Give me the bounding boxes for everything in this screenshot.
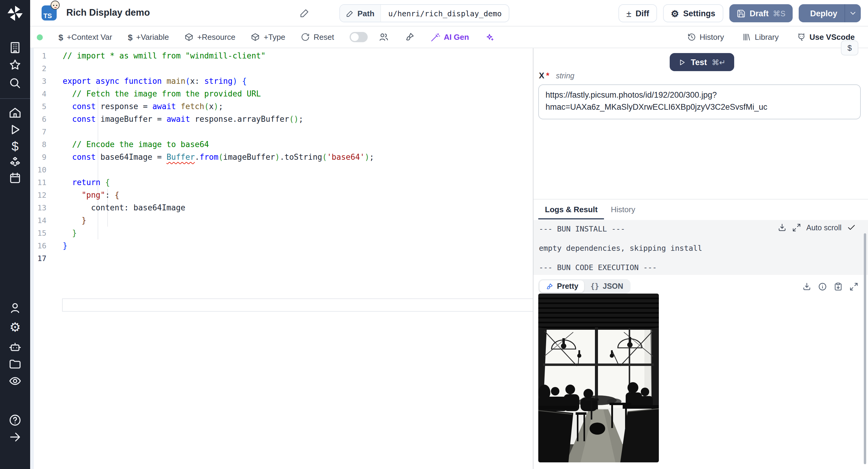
code-line-2[interactable]: 2 (30, 62, 533, 75)
line-number: 17 (30, 252, 57, 264)
code-line-16[interactable]: 16} (30, 239, 533, 252)
line-number: 16 (30, 239, 57, 252)
expand-logs-icon[interactable] (792, 223, 801, 232)
arg-input[interactable] (538, 84, 861, 119)
maximize-result-icon[interactable] (849, 282, 858, 291)
home-icon[interactable] (8, 106, 22, 119)
script-path[interactable]: Path u/henri/rich_display_demo (339, 4, 510, 22)
resources-cubes-icon[interactable] (8, 156, 22, 169)
code-line-15[interactable]: 15 } (30, 227, 533, 239)
log-controls: Auto scroll (777, 223, 856, 232)
edit-summary-pencil-icon[interactable] (300, 8, 310, 18)
json-label: JSON (603, 282, 623, 290)
history-label: History (700, 33, 724, 41)
code-text: return { (57, 176, 110, 189)
multiplayer-users-icon[interactable] (378, 32, 389, 42)
code-line-5[interactable]: 5 const response = await fetch(x); (30, 100, 533, 113)
diff-button[interactable]: ± Diff (618, 4, 657, 22)
workspace-icon[interactable] (8, 41, 22, 54)
ai-sparkles-button[interactable] (485, 32, 494, 42)
deploy-label: Deploy (810, 9, 837, 18)
pretty-view-button[interactable]: Pretty (539, 280, 584, 292)
dollar-icon: $ (128, 32, 133, 42)
code-line-8[interactable]: 8 // Encode the image to base64 (30, 138, 533, 151)
package-icon (184, 33, 193, 41)
code-text: const base64Image = Buffer.from(imageBuf… (57, 151, 374, 163)
edit-path-pencil-icon (346, 9, 354, 17)
windmill-logo[interactable] (6, 4, 24, 22)
argument-header: x* string (539, 71, 575, 80)
bottom-panel-splitter[interactable] (533, 199, 868, 199)
format-brush-icon[interactable] (404, 32, 415, 42)
settings-gear-icon[interactable]: ⚙ (8, 321, 22, 334)
line-number: 7 (30, 125, 57, 138)
search-icon[interactable] (8, 76, 22, 90)
expand-arrow-icon[interactable] (8, 430, 22, 444)
connect-dollar-button[interactable]: $ (841, 40, 858, 56)
code-text: } (57, 239, 67, 252)
variables-dollar-icon[interactable]: $ (8, 140, 22, 153)
log-line: empty dependencies, skipping install (539, 244, 868, 253)
tab-logs-result[interactable]: Logs & Result (538, 200, 604, 219)
copy-clipboard-icon[interactable] (834, 282, 843, 291)
info-icon[interactable] (818, 282, 827, 291)
log-line (539, 234, 868, 244)
code-line-11[interactable]: 11 return { (30, 176, 533, 189)
history-button[interactable]: History (687, 33, 724, 41)
deploy-button[interactable]: Deploy (799, 4, 844, 22)
folders-icon[interactable] (8, 357, 22, 371)
download-result-icon[interactable] (802, 282, 811, 291)
ai-gen-button[interactable]: AI Gen (430, 32, 469, 42)
download-logs-icon[interactable] (777, 223, 786, 232)
reset-button[interactable]: Reset (301, 33, 334, 41)
status-green-dot (37, 34, 43, 40)
code-line-12[interactable]: 12 "png": { (30, 189, 533, 201)
tab-history[interactable]: History (604, 200, 642, 219)
code-line-1[interactable]: 1// import * as wmill from "windmill-cli… (30, 50, 533, 62)
audit-eye-icon[interactable] (8, 374, 22, 387)
code-text (57, 163, 63, 176)
code-line-9[interactable]: 9 const base64Image = Buffer.from(imageB… (30, 151, 533, 163)
code-line-13[interactable]: 13 content: base64Image (30, 201, 533, 214)
path-value: u/henri/rich_display_demo (381, 5, 509, 22)
bottom-tabs: Logs & Result History (538, 200, 642, 219)
settings-button[interactable]: ⚙ Settings (663, 4, 723, 22)
magic-wand-icon (430, 32, 440, 42)
runs-play-icon[interactable] (8, 123, 22, 136)
arg-name: x (539, 71, 544, 80)
code-line-3[interactable]: 3export async function main(x: string) { (30, 75, 533, 87)
log-line (539, 253, 868, 263)
users-icon[interactable] (8, 302, 22, 315)
test-button[interactable]: Test ⌘↵ (670, 53, 734, 71)
line-number: 2 (30, 62, 57, 75)
code-line-6[interactable]: 6 const imageBuffer = await response.arr… (30, 113, 533, 125)
line-number: 5 (30, 100, 57, 113)
code-editor[interactable]: 1// import * as wmill from "windmill-cli… (30, 48, 533, 469)
line-number: 11 (30, 176, 57, 189)
deploy-options-button[interactable] (844, 4, 861, 22)
code-line-7[interactable]: 7 (30, 125, 533, 138)
code-line-17[interactable]: 17 (30, 252, 533, 264)
code-line-10[interactable]: 10 (30, 163, 533, 176)
favorites-star-icon[interactable] (8, 59, 22, 72)
code-line-4[interactable]: 4 // Fetch the image from the provided U… (30, 87, 533, 100)
schedules-calendar-icon[interactable] (8, 171, 22, 184)
code-line-14[interactable]: 14 } (30, 214, 533, 227)
pretty-label: Pretty (557, 282, 578, 290)
json-view-button[interactable]: {} JSON (584, 280, 629, 292)
draft-button[interactable]: Draft ⌘S (729, 4, 793, 22)
draft-label: Draft (749, 9, 769, 18)
diff-mode-toggle[interactable] (350, 32, 368, 42)
library-button[interactable]: Library (742, 33, 779, 41)
add-context-var-button[interactable]: $ +Context Var (59, 32, 112, 42)
code-text: // import * as wmill from "windmill-clie… (57, 50, 266, 62)
add-variable-button[interactable]: $ +Variable (128, 32, 169, 42)
panel-resize-handle[interactable] (533, 48, 533, 469)
add-resource-button[interactable]: +Resource (184, 33, 235, 41)
panel-scrollbar[interactable] (864, 233, 866, 464)
library-icon (742, 33, 751, 41)
auto-scroll-checkbox[interactable] (847, 223, 856, 232)
help-icon[interactable] (8, 413, 22, 427)
add-type-button[interactable]: +Type (251, 33, 285, 41)
workers-robot-icon[interactable] (8, 340, 22, 353)
